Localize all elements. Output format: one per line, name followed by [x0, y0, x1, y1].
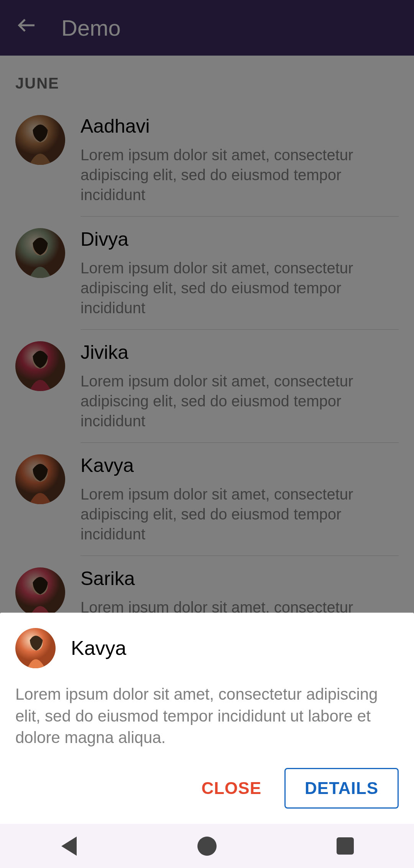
- navigation-bar: [0, 824, 414, 868]
- sheet-buttons: CLOSE DETAILS: [15, 768, 399, 809]
- sheet-description: Lorem ipsum dolor sit amet, consectetur …: [15, 684, 399, 749]
- nav-recent-icon[interactable]: [335, 837, 355, 856]
- sheet-header: Kavya: [15, 628, 399, 668]
- bottom-sheet: Kavya Lorem ipsum dolor sit amet, consec…: [0, 613, 414, 824]
- sheet-avatar: [15, 628, 56, 668]
- close-button[interactable]: CLOSE: [197, 771, 265, 806]
- nav-back-icon[interactable]: [59, 837, 79, 856]
- nav-home-icon[interactable]: [197, 837, 217, 856]
- sheet-title: Kavya: [71, 636, 127, 659]
- details-button[interactable]: DETAILS: [284, 768, 399, 809]
